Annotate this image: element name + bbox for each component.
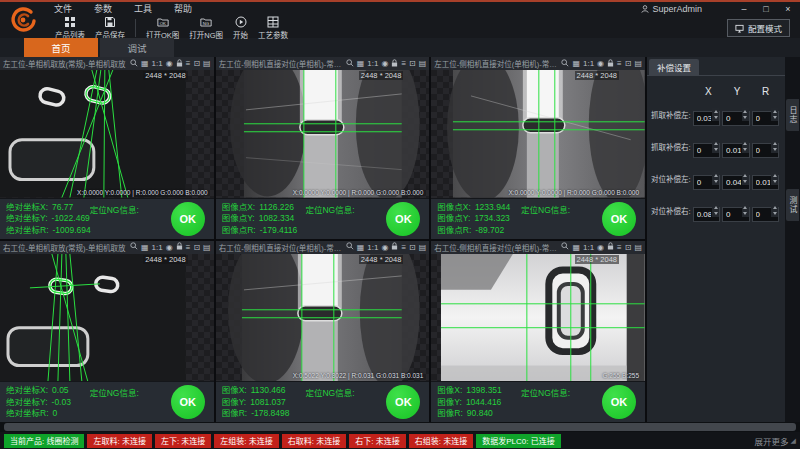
ok-indicator[interactable]: OK xyxy=(386,202,420,236)
coord-x-value: 76.77 xyxy=(52,202,73,212)
grid-icon xyxy=(64,16,76,28)
user-account[interactable]: SuperAdmin xyxy=(641,4,702,14)
bottom-panel-handle[interactable] xyxy=(0,422,800,432)
spinner-arrows[interactable] xyxy=(712,172,719,185)
zoom-icon[interactable] xyxy=(130,59,138,69)
minimize-button[interactable]: – xyxy=(738,4,750,14)
fit-view-icon[interactable]: ⊡ xyxy=(193,59,200,68)
panel-header: 右工位-侧相机直接对位(单相机)-常规目标定位 ▦ 1:1 ◉ ≡ ⊡ ▤ xyxy=(431,241,645,254)
spinner-arrows[interactable] xyxy=(712,140,719,153)
list-icon[interactable]: ≡ xyxy=(186,59,191,68)
menu-params[interactable]: 参数 xyxy=(94,2,112,15)
panel-title: 右工位-侧相机直接对位(单相机)-常规目标定位 xyxy=(434,242,561,253)
zoom-icon[interactable] xyxy=(346,242,354,252)
lock-icon[interactable] xyxy=(391,59,398,69)
save-image-icon[interactable]: ▤ xyxy=(634,243,642,252)
start-button[interactable]: 开始 xyxy=(228,15,253,41)
camera-view[interactable]: 2448 * 2048 X:0.5022 Y:0.8022 | R:0.031 … xyxy=(216,254,430,382)
ok-indicator[interactable]: OK xyxy=(386,385,420,419)
spinner-arrows[interactable] xyxy=(742,108,749,121)
one-to-one-icon[interactable]: 1:1 xyxy=(583,59,594,68)
menu-help[interactable]: 帮助 xyxy=(174,2,192,15)
cursor-readout: X:0.0000 Y:0.0000 | R:0.000 G:0.000 B:0.… xyxy=(508,189,639,196)
fit-view-icon[interactable]: ⊡ xyxy=(409,59,416,68)
ok-indicator[interactable]: OK xyxy=(602,385,636,419)
config-mode-button[interactable]: 配置模式 xyxy=(727,19,790,37)
lock-icon[interactable] xyxy=(176,242,183,252)
image-icon[interactable]: ▦ xyxy=(357,243,365,252)
compensation-panel: 补偿设置 X Y R 抓取补偿左: 抓取补偿右: 对位补偿左: xyxy=(645,57,785,422)
save-image-icon[interactable]: ▤ xyxy=(419,59,427,68)
ok-indicator[interactable]: OK xyxy=(171,202,205,236)
ok-indicator[interactable]: OK xyxy=(171,385,205,419)
one-to-one-icon[interactable]: 1:1 xyxy=(583,243,594,252)
coord-x-label: 绝对坐标X: xyxy=(6,202,48,212)
spinner-arrows[interactable] xyxy=(742,140,749,153)
spinner-arrows[interactable] xyxy=(742,172,749,185)
one-to-one-icon[interactable]: 1:1 xyxy=(367,59,378,68)
fit-view-icon[interactable]: ⊡ xyxy=(625,243,632,252)
menu-tools[interactable]: 工具 xyxy=(134,2,152,15)
expand-more-button[interactable]: 展开更多 ◢ xyxy=(755,435,796,447)
tab-debug[interactable]: 调试 xyxy=(100,38,174,57)
spinner-arrows[interactable] xyxy=(771,204,778,217)
side-tab-log[interactable]: 日志 xyxy=(786,99,799,131)
eye-icon[interactable]: ◉ xyxy=(166,59,173,68)
zoom-icon[interactable] xyxy=(561,59,569,69)
eye-icon[interactable]: ◉ xyxy=(597,243,604,252)
compensation-tab[interactable]: 补偿设置 xyxy=(649,59,699,75)
eye-icon[interactable]: ◉ xyxy=(166,243,173,252)
zoom-icon[interactable] xyxy=(346,59,354,69)
image-icon[interactable]: ▦ xyxy=(572,59,580,68)
coord-y-label: 绝对坐标Y: xyxy=(6,213,48,223)
menu-file[interactable]: 文件 xyxy=(54,2,72,15)
fit-view-icon[interactable]: ⊡ xyxy=(409,243,416,252)
fit-view-icon[interactable]: ⊡ xyxy=(193,243,200,252)
save-image-icon[interactable]: ▤ xyxy=(634,59,642,68)
spinner-arrows[interactable] xyxy=(771,140,778,153)
close-button[interactable]: × xyxy=(782,4,794,14)
eye-icon[interactable]: ◉ xyxy=(597,59,604,68)
list-icon[interactable]: ≡ xyxy=(617,243,622,252)
open-ng-image-button[interactable]: NG 打开NG图 xyxy=(184,15,228,41)
side-tab-test[interactable]: 测试 xyxy=(786,189,799,221)
list-icon[interactable]: ≡ xyxy=(401,59,406,68)
list-icon[interactable]: ≡ xyxy=(617,59,622,68)
maximize-button[interactable]: □ xyxy=(760,4,772,14)
lock-icon[interactable] xyxy=(607,242,614,252)
lock-icon[interactable] xyxy=(176,59,183,69)
save-image-icon[interactable]: ▤ xyxy=(203,59,211,68)
one-to-one-icon[interactable]: 1:1 xyxy=(152,243,163,252)
zoom-icon[interactable] xyxy=(130,242,138,252)
image-icon[interactable]: ▦ xyxy=(357,59,365,68)
window-controls: – □ × xyxy=(738,4,794,14)
camera-view[interactable]: 2448 * 2048 X:0.0000 Y:0.0000 | R:0.000 … xyxy=(216,70,430,198)
eye-icon[interactable]: ◉ xyxy=(381,243,388,252)
camera-view[interactable]: 2448 * 2048 xyxy=(0,254,214,382)
image-icon[interactable]: ▦ xyxy=(141,59,149,68)
image-icon[interactable]: ▦ xyxy=(572,243,580,252)
save-image-icon[interactable]: ▤ xyxy=(419,243,427,252)
ok-indicator[interactable]: OK xyxy=(602,202,636,236)
spinner-arrows[interactable] xyxy=(712,204,719,217)
image-icon[interactable]: ▦ xyxy=(141,243,149,252)
tab-home[interactable]: 首页 xyxy=(24,38,98,57)
lock-icon[interactable] xyxy=(607,59,614,69)
list-icon[interactable]: ≡ xyxy=(186,243,191,252)
camera-view[interactable]: 2448 * 2048 X:0.0000 Y:0.0000 | R:0.000 … xyxy=(431,70,645,198)
spinner-arrows[interactable] xyxy=(712,108,719,121)
zoom-icon[interactable] xyxy=(561,242,569,252)
one-to-one-icon[interactable]: 1:1 xyxy=(152,59,163,68)
one-to-one-icon[interactable]: 1:1 xyxy=(367,243,378,252)
camera-view[interactable]: 2448 * 2048 X:0.0000 Y:0.0000 | R:0.000 … xyxy=(0,70,214,198)
fit-view-icon[interactable]: ⊡ xyxy=(625,59,632,68)
spinner-arrows[interactable] xyxy=(742,204,749,217)
lock-icon[interactable] xyxy=(391,242,398,252)
spinner-arrows[interactable] xyxy=(771,108,778,121)
camera-view[interactable]: 2448 * 2048 G:255 B:255 xyxy=(431,254,645,382)
process-params-button[interactable]: 工艺参数 xyxy=(253,15,293,41)
list-icon[interactable]: ≡ xyxy=(401,243,406,252)
eye-icon[interactable]: ◉ xyxy=(381,59,388,68)
save-image-icon[interactable]: ▤ xyxy=(203,243,211,252)
spinner-arrows[interactable] xyxy=(771,172,778,185)
